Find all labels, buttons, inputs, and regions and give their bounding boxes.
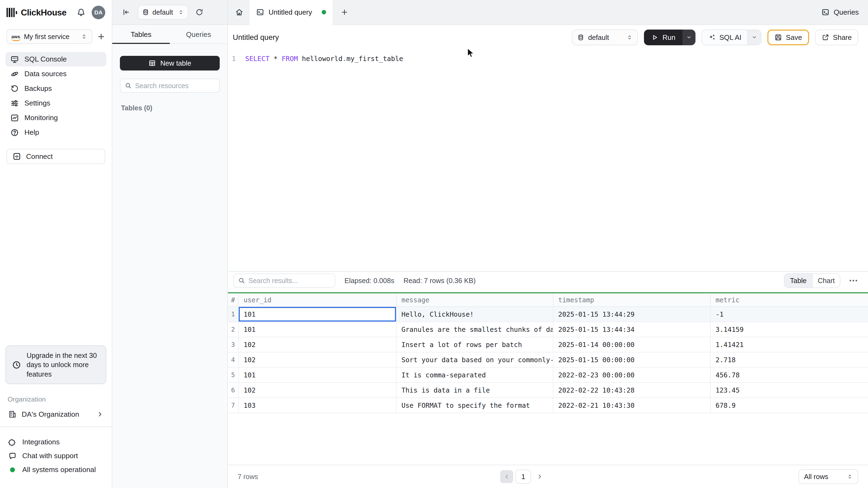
table-cell[interactable]: 101 <box>239 368 397 382</box>
page-size-value: All rows <box>804 473 842 481</box>
table-cell[interactable]: 2022-02-22 10:43:28 <box>553 383 711 397</box>
new-table-label: New table <box>160 59 191 67</box>
next-page-button[interactable] <box>533 470 546 483</box>
new-tab-button[interactable] <box>341 8 348 16</box>
results-toolbar: Elapsed: 0.008s Read: 7 rows (0.36 KB) T… <box>228 272 868 290</box>
share-button[interactable]: Share <box>815 30 858 45</box>
queries-button[interactable]: Queries <box>822 8 859 17</box>
table-cell[interactable]: 2022-02-23 00:00:00 <box>553 368 711 382</box>
table-cell[interactable]: 2025-01-15 13:44:29 <box>553 307 711 322</box>
toolbar-database-selector[interactable]: default <box>572 30 638 45</box>
results-search-input[interactable] <box>248 277 330 285</box>
database-selector[interactable]: default <box>138 5 188 20</box>
row-number-cell[interactable]: 7 <box>228 398 239 413</box>
table-cell[interactable]: 2025-01-15 00:00:00 <box>553 352 711 367</box>
chat-with-support-link[interactable]: Chat with support <box>5 449 106 463</box>
table-cell[interactable]: Granules are the smallest chunks of data… <box>397 322 553 337</box>
table-cell[interactable]: Insert a lot of rows per batch <box>397 337 553 352</box>
integrations-link[interactable]: Integrations <box>5 435 106 449</box>
query-toolbar: Untitled query default Run <box>228 25 868 50</box>
chat-label: Chat with support <box>22 452 78 460</box>
table-grid-icon <box>148 59 156 67</box>
table-cell[interactable]: 2.718 <box>711 352 868 367</box>
table-row: 4102Sort your data based on your commonl… <box>228 352 868 368</box>
table-cell[interactable]: 1.41421 <box>711 337 868 352</box>
table-cell[interactable]: 3.14159 <box>711 322 868 337</box>
sql-ai-button[interactable]: SQL AI <box>702 30 747 45</box>
table-cell[interactable]: 102 <box>239 352 397 367</box>
avatar[interactable]: DA <box>92 6 105 19</box>
table-cell[interactable]: 2025-01-14 00:00:00 <box>553 337 711 352</box>
row-number-cell[interactable]: 5 <box>228 368 239 382</box>
table-cell[interactable]: -1 <box>711 307 868 322</box>
column-header[interactable]: message <box>397 293 553 306</box>
table-cell[interactable]: 101 <box>239 322 397 337</box>
table-cell[interactable]: It is comma-separated <box>397 368 553 382</box>
upgrade-notice[interactable]: Upgrade in the next 30 days to unlock mo… <box>5 346 106 384</box>
sidebar-item-settings[interactable]: Settings <box>5 96 106 110</box>
sql-ai-options-button[interactable] <box>747 30 761 45</box>
run-options-button[interactable] <box>682 30 695 45</box>
tab-queries[interactable]: Queries <box>170 25 227 44</box>
view-toggle-table[interactable]: Table <box>784 274 812 287</box>
sidebar-item-monitoring[interactable]: Monitoring <box>5 110 106 125</box>
sidebar-item-backups[interactable]: Backups <box>5 82 106 96</box>
refresh-button[interactable] <box>195 8 204 16</box>
sql-editor[interactable]: 1 SELECT * FROM helloworld.my_first_tabl… <box>228 54 868 275</box>
previous-page-button[interactable] <box>500 470 513 483</box>
play-icon <box>651 34 658 41</box>
table-cell[interactable]: 123.45 <box>711 383 868 397</box>
row-number-cell[interactable]: 2 <box>228 322 239 337</box>
notifications-bell-icon[interactable] <box>76 8 86 17</box>
service-selector[interactable]: aws My first service <box>6 29 92 44</box>
column-header[interactable]: timestamp <box>553 293 711 306</box>
table-cell[interactable]: Hello, ClickHouse! <box>397 307 553 322</box>
table-cell[interactable]: 456.78 <box>711 368 868 382</box>
sidebar-item-data-sources[interactable]: Data sources <box>5 67 106 81</box>
table-cell[interactable]: Sort your data based on your commonly-us… <box>397 352 553 367</box>
table-cell[interactable]: 102 <box>239 337 397 352</box>
sidebar-item-sql-console[interactable]: SQL Console <box>5 52 106 66</box>
row-number-cell[interactable]: 1 <box>228 307 239 322</box>
row-number-cell[interactable]: 6 <box>228 383 239 397</box>
sidebar-header: ClickHouse DA <box>0 0 112 25</box>
status-green-dot-icon <box>10 467 15 472</box>
add-service-button[interactable] <box>97 33 105 41</box>
page-size-selector[interactable]: All rows <box>799 469 858 484</box>
save-button[interactable]: Save <box>767 30 809 45</box>
sql-ai-button-group: SQL AI <box>702 30 762 45</box>
table-cell[interactable]: 678.9 <box>711 398 868 413</box>
column-header[interactable]: user_id <box>239 293 397 306</box>
table-cell[interactable]: 102 <box>239 383 397 397</box>
collapse-panel-button[interactable] <box>122 8 130 16</box>
table-cell[interactable]: 2025-01-15 13:44:34 <box>553 322 711 337</box>
results-section: Elapsed: 0.008s Read: 7 rows (0.36 KB) T… <box>228 271 868 488</box>
new-table-button[interactable]: New table <box>120 56 220 70</box>
tab-untitled-query[interactable]: Untitled query <box>250 0 333 24</box>
run-button[interactable]: Run <box>644 30 682 45</box>
chevron-updown-icon <box>81 33 87 40</box>
column-header[interactable]: metric <box>711 293 868 306</box>
resources-search-input[interactable] <box>135 82 215 90</box>
organization-row[interactable]: DA's Organization <box>5 407 106 422</box>
table-row: 1101Hello, ClickHouse!2025-01-15 13:44:2… <box>228 307 868 322</box>
view-toggle-chart[interactable]: Chart <box>812 274 840 287</box>
table-cell[interactable]: Use FORMAT to specify the format <box>397 398 553 413</box>
table-cell[interactable]: 103 <box>239 398 397 413</box>
results-footer: 7 rows 1 All rows <box>228 465 868 488</box>
row-number-cell[interactable]: 4 <box>228 352 239 367</box>
home-button[interactable] <box>235 8 244 17</box>
chevron-right-icon <box>97 411 104 418</box>
connect-button[interactable]: Connect <box>6 149 105 164</box>
system-status-link[interactable]: All systems operational <box>5 463 106 477</box>
current-page[interactable]: 1 <box>516 469 531 484</box>
table-cell[interactable]: 101 <box>239 307 397 322</box>
row-number-cell[interactable]: 3 <box>228 337 239 352</box>
tab-tables[interactable]: Tables <box>112 25 170 44</box>
column-header[interactable]: # <box>228 293 239 306</box>
more-options-icon[interactable] <box>847 278 859 284</box>
sidebar-item-help[interactable]: Help <box>5 125 106 140</box>
table-cell[interactable]: 2022-02-21 10:43:30 <box>553 398 711 413</box>
table-cell[interactable]: This is data in a file <box>397 383 553 397</box>
chevron-updown-icon <box>627 34 632 40</box>
